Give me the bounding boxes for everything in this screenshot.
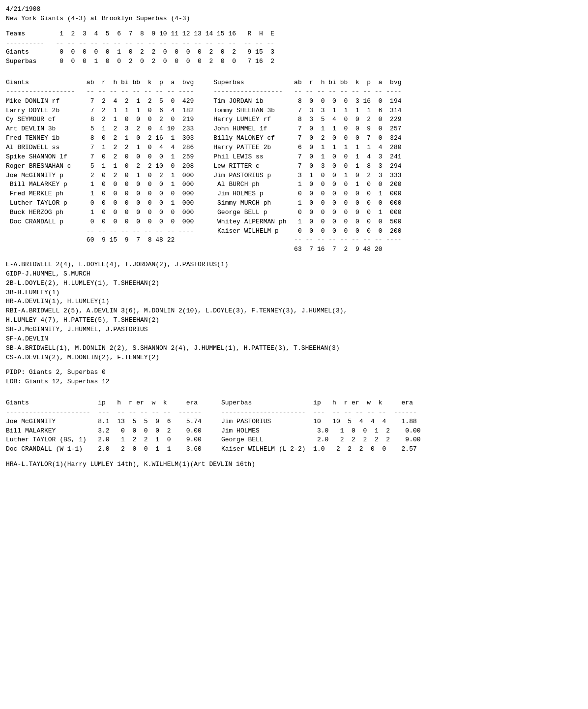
giants-batting-rows: Mike DONLIN rf 7 2 4 2 1 2 5 0 429Larry … <box>6 97 194 227</box>
linescore-giants: Giants 0 0 0 0 0 1 0 2 2 0 0 0 0 2 0 2 9… <box>6 48 582 57</box>
table-row: Luther TAYLOR (BS, 1) 2.0 1 2 2 1 0 9.00 <box>6 435 202 445</box>
list-item: 3B-H.LUMLEY(1) <box>6 288 582 298</box>
table-row: Whitey ALPERMAN ph 1 0 0 0 0 0 0 0 500 <box>213 217 401 227</box>
superbas-batting-totals: 63 7 16 7 2 9 48 20 <box>213 245 401 254</box>
giants-pitching-rows: Joe McGINNITY 8.1 13 5 5 0 6 5.74Bill MA… <box>6 417 202 454</box>
table-row: Art DEVLIN 3b 5 1 2 3 2 0 4 10 233 <box>6 124 194 134</box>
table-row: Bill MALARKEY 3.2 0 0 0 0 2 0.00 <box>6 427 202 436</box>
list-item: LOB: Giants 12, Superbas 12 <box>6 377 582 387</box>
table-row: Al BURCH ph 1 0 0 0 0 1 0 0 200 <box>213 180 401 189</box>
table-row: Jim PASTORIUS 10 10 5 4 4 4 1.88 <box>221 417 421 427</box>
game-matchup: New York Giants (4-3) at Brooklyn Superb… <box>6 14 582 24</box>
list-item: H.LUMLEY 4(7), H.PATTEE(5), T.SHEEHAN(2) <box>6 316 582 325</box>
superbas-pitching-rows: Jim PASTORIUS 10 10 5 4 4 4 1.88Jim HOLM… <box>221 417 421 454</box>
giants-batting-totals-div: -- -- -- -- -- -- -- -- ---- <box>6 227 194 236</box>
table-row: Larry DOYLE 2b 7 2 1 1 1 0 6 4 182 <box>6 106 194 116</box>
table-row: Tommy SHEEHAN 3b 7 3 3 1 1 1 1 6 314 <box>213 106 401 116</box>
table-row: Doc CRANDALL (W 1-1) 2.0 2 0 0 1 1 3.60 <box>6 445 202 454</box>
game-date: 4/21/1908 <box>6 5 582 14</box>
table-row: Jim PASTORIUS p 3 1 0 0 1 0 2 3 333 <box>213 171 401 181</box>
superbas-pitching-section: Superbas ip h r er w k era -------------… <box>221 399 421 454</box>
table-row: Cy SEYMOUR cf 8 2 1 0 0 0 2 0 219 <box>6 115 194 124</box>
table-row: Kaiser WILHELM p 0 0 0 0 0 0 0 0 200 <box>213 227 401 236</box>
list-item: 2B-L.DOYLE(2), H.LUMLEY(1), T.SHEEHAN(2) <box>6 279 582 288</box>
list-item: SB-A.BRIDWELL(1), M.DONLIN 2(2), S.SHANN… <box>6 344 582 353</box>
table-row: Tim JORDAN 1b 8 0 0 0 0 3 16 0 194 <box>213 97 401 106</box>
table-row: Billy MALONEY cf 7 0 2 0 0 0 7 0 324 <box>213 134 401 143</box>
superbas-pitching-header: Superbas ip h r er w k era <box>221 399 421 408</box>
list-item: E-A.BRIDWELL 2(4), L.DOYLE(4), T.JORDAN(… <box>6 260 582 270</box>
giants-batting-section: Giants ab r h bi bb k p a bvg ----------… <box>6 78 194 254</box>
table-row: Fred TENNEY 1b 8 0 2 1 0 2 16 1 303 <box>6 134 194 143</box>
table-row: Simmy MURCH ph 1 0 0 0 0 0 0 0 000 <box>213 199 401 208</box>
superbas-pitching-divider: ---------------------- --- -- -- -- -- -… <box>221 408 421 417</box>
list-item: SH-J.McGINNITY, J.HUMMEL, J.PASTORIUS <box>6 325 582 335</box>
table-row: Joe McGINNITY p 2 0 2 0 1 0 2 1 000 <box>6 171 194 181</box>
table-row: Roger BRESNAHAN c 5 1 1 0 2 2 10 0 208 <box>6 162 194 171</box>
table-row: George BELL 2.0 2 2 2 2 2 9.00 <box>221 435 421 445</box>
table-row: Joe McGINNITY 8.1 13 5 5 0 6 5.74 <box>6 417 202 427</box>
giants-pitching-divider: ---------------------- --- -- -- -- -- -… <box>6 408 202 417</box>
table-row: Spike SHANNON lf 7 0 2 0 0 0 0 1 259 <box>6 153 194 162</box>
linescore-superbas: Superbas 0 0 0 1 0 0 2 0 2 0 0 0 0 2 0 0… <box>6 57 582 66</box>
giants-pitching-header: Giants ip h r er w k era <box>6 399 202 408</box>
giants-batting-divider: ------------------ -- -- -- -- -- -- -- … <box>6 88 194 97</box>
table-row: Fred MERKLE ph 1 0 0 0 0 0 0 0 000 <box>6 189 194 199</box>
table-row: Mike DONLIN rf 7 2 4 2 1 2 5 0 429 <box>6 97 194 106</box>
table-row: Lew RITTER c 7 0 3 0 0 1 8 3 294 <box>213 162 401 171</box>
table-row: Al BRIDWELL ss 7 1 2 2 1 0 4 4 286 <box>6 143 194 153</box>
table-row: Harry LUMLEY rf 8 3 5 4 0 0 2 0 229 <box>213 115 401 124</box>
table-row: Kaiser WILHELM (L 2-2) 1.0 2 2 2 0 0 2.5… <box>221 445 421 454</box>
list-item: RBI-A.BRIDWELL 2(5), A.DEVLIN 3(6), M.DO… <box>6 307 582 316</box>
table-row: Bill MALARKEY p 1 0 0 0 0 0 0 1 000 <box>6 180 194 189</box>
superbas-batting-rows: Tim JORDAN 1b 8 0 0 0 0 3 16 0 194Tommy … <box>213 97 401 236</box>
giants-batting-header: Giants ab r h bi bb k p a bvg <box>6 78 194 88</box>
table-row: Doc CRANDALL p 0 0 0 0 0 0 0 0 000 <box>6 217 194 227</box>
linescore-header: Teams 1 2 3 4 5 6 7 8 9 10 11 12 13 14 1… <box>6 30 582 39</box>
table-row: John HUMMEL 1f 7 0 1 1 0 0 9 0 257 <box>213 124 401 134</box>
list-item: GIDP-J.HUMMEL, S.MURCH <box>6 270 582 279</box>
table-row: Luther TAYLOR p 0 0 0 0 0 0 0 1 000 <box>6 199 194 208</box>
list-item: CS-A.DEVLIN(2), M.DONLIN(2), F.TENNEY(2) <box>6 353 582 363</box>
game-notes-section: PIDP: Giants 2, Superbas 0LOB: Giants 12… <box>6 368 582 387</box>
giants-pitching-section: Giants ip h r er w k era ---------------… <box>6 399 202 454</box>
list-item: HR-A.DEVLIN(1), H.LUMLEY(1) <box>6 297 582 307</box>
table-row: Harry PATTEE 2b 6 0 1 1 1 1 1 4 280 <box>213 143 401 153</box>
table-row: Phil LEWIS ss 7 0 1 0 0 1 4 3 241 <box>213 153 401 162</box>
table-row: Jim HOLMES 3.0 1 0 0 1 2 0.00 <box>221 427 421 436</box>
list-item: PIDP: Giants 2, Superbas 0 <box>6 368 582 377</box>
notes-section: E-A.BRIDWELL 2(4), L.DOYLE(4), T.JORDAN(… <box>6 260 582 362</box>
superbas-batting-header: Superbas ab r h bi bb k p a bvg <box>213 78 401 88</box>
giants-batting-totals: 60 9 15 9 7 8 48 22 <box>6 236 194 245</box>
list-item: SF-A.DEVLIN <box>6 335 582 344</box>
hra-note: HRA-L.TAYLOR(1)(Harry LUMLEY 14th), K.WI… <box>6 460 582 469</box>
superbas-batting-divider: ------------------ -- -- -- -- -- -- -- … <box>213 88 401 97</box>
table-row: George BELL p 0 0 0 0 0 0 0 1 000 <box>213 208 401 217</box>
superbas-batting-section: Superbas ab r h bi bb k p a bvg --------… <box>213 78 401 254</box>
superbas-batting-totals-div: -- -- -- -- -- -- -- -- ---- <box>213 236 401 245</box>
table-row: Buck HERZOG ph 1 0 0 0 0 0 0 0 000 <box>6 208 194 217</box>
linescore-divider: ---------- -- -- -- -- -- -- -- -- -- --… <box>6 39 582 48</box>
table-row: Jim HOLMES p 0 0 0 0 0 0 0 1 000 <box>213 189 401 199</box>
